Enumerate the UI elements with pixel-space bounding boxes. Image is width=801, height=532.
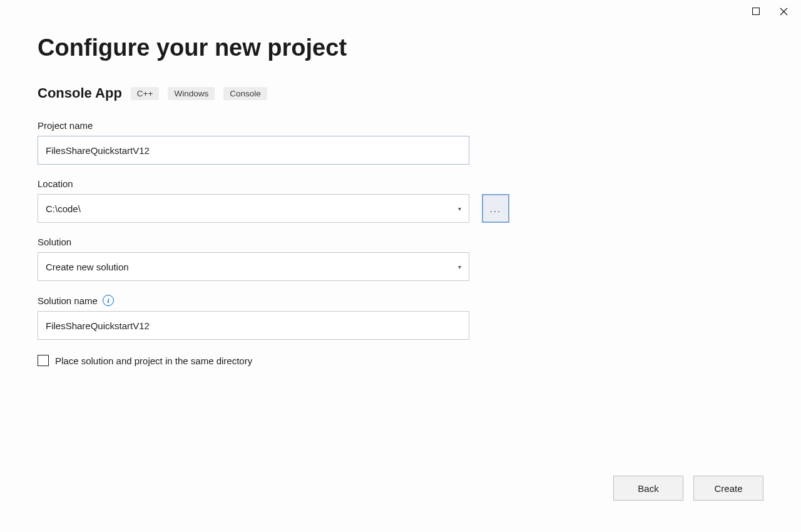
solution-label: Solution <box>38 237 763 247</box>
location-label: Location <box>38 178 763 189</box>
location-value: C:\code\ <box>46 203 81 214</box>
create-button[interactable]: Create <box>693 476 763 501</box>
same-directory-label: Place solution and project in the same d… <box>55 356 252 366</box>
tag-windows: Windows <box>168 87 215 100</box>
project-name-label: Project name <box>38 120 763 131</box>
svg-rect-0 <box>753 8 760 15</box>
tag-console: Console <box>223 87 267 100</box>
maximize-icon[interactable] <box>750 5 762 18</box>
page-title: Configure your new project <box>38 34 763 61</box>
template-name: Console App <box>38 85 122 101</box>
back-button[interactable]: Back <box>613 476 683 501</box>
tag-cpp: C++ <box>131 87 160 100</box>
project-name-input[interactable] <box>38 136 469 165</box>
solution-value: Create new solution <box>46 262 129 272</box>
close-icon[interactable] <box>777 5 790 18</box>
chevron-down-icon: ▾ <box>458 263 461 270</box>
solution-combo[interactable]: Create new solution ▾ <box>38 252 469 281</box>
solution-name-label: Solution name <box>38 295 98 306</box>
same-directory-checkbox[interactable] <box>38 355 49 366</box>
info-icon[interactable]: i <box>103 295 114 306</box>
solution-name-input[interactable] <box>38 311 469 340</box>
chevron-down-icon: ▾ <box>458 205 461 212</box>
browse-button[interactable]: ... <box>482 194 509 223</box>
location-combo[interactable]: C:\code\ ▾ <box>38 194 469 223</box>
